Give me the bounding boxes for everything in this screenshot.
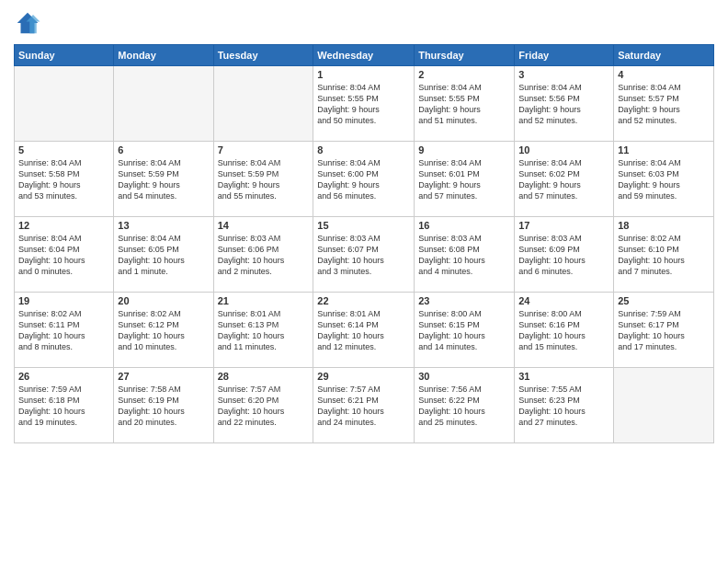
calendar-cell: 6Sunrise: 8:04 AM Sunset: 5:59 PM Daylig… (114, 142, 213, 217)
day-info: Sunrise: 8:03 AM Sunset: 6:07 PM Dayligh… (317, 233, 410, 278)
day-info: Sunrise: 8:02 AM Sunset: 6:12 PM Dayligh… (118, 308, 209, 353)
calendar-cell: 17Sunrise: 8:03 AM Sunset: 6:09 PM Dayli… (515, 217, 614, 293)
day-number: 24 (518, 295, 609, 306)
calendar-cell: 30Sunrise: 7:56 AM Sunset: 6:22 PM Dayli… (415, 368, 515, 443)
day-number: 12 (18, 220, 109, 231)
day-info: Sunrise: 8:03 AM Sunset: 6:08 PM Dayligh… (418, 233, 510, 278)
calendar-cell: 2Sunrise: 8:04 AM Sunset: 5:55 PM Daylig… (415, 66, 515, 142)
day-info: Sunrise: 8:02 AM Sunset: 6:10 PM Dayligh… (618, 233, 710, 278)
calendar-cell: 20Sunrise: 8:02 AM Sunset: 6:12 PM Dayli… (114, 293, 213, 368)
calendar-cell (114, 66, 213, 142)
day-number: 18 (618, 220, 710, 231)
day-number: 19 (18, 295, 109, 306)
day-number: 13 (118, 220, 209, 231)
day-number: 29 (317, 371, 410, 382)
day-info: Sunrise: 8:04 AM Sunset: 5:55 PM Dayligh… (418, 82, 510, 127)
weekday-header-thursday: Thursday (415, 45, 515, 66)
calendar-cell: 13Sunrise: 8:04 AM Sunset: 6:05 PM Dayli… (114, 217, 213, 293)
day-number: 21 (218, 295, 310, 306)
day-number: 10 (518, 144, 609, 155)
day-info: Sunrise: 8:04 AM Sunset: 6:02 PM Dayligh… (518, 157, 609, 202)
page: SundayMondayTuesdayWednesdayThursdayFrid… (0, 0, 728, 563)
day-info: Sunrise: 8:00 AM Sunset: 6:15 PM Dayligh… (418, 308, 510, 353)
calendar-cell: 22Sunrise: 8:01 AM Sunset: 6:14 PM Dayli… (313, 293, 415, 368)
calendar-week-4: 19Sunrise: 8:02 AM Sunset: 6:11 PM Dayli… (15, 293, 714, 368)
day-number: 17 (518, 220, 609, 231)
day-info: Sunrise: 8:04 AM Sunset: 6:00 PM Dayligh… (317, 157, 410, 202)
day-number: 15 (317, 220, 410, 231)
calendar-cell: 29Sunrise: 7:57 AM Sunset: 6:21 PM Dayli… (313, 368, 415, 443)
day-info: Sunrise: 7:57 AM Sunset: 6:20 PM Dayligh… (218, 384, 310, 429)
weekday-header-saturday: Saturday (614, 45, 714, 66)
logo-icon (14, 9, 41, 37)
day-number: 26 (18, 371, 109, 382)
calendar-cell: 5Sunrise: 8:04 AM Sunset: 5:58 PM Daylig… (15, 142, 114, 217)
calendar-cell: 16Sunrise: 8:03 AM Sunset: 6:08 PM Dayli… (415, 217, 515, 293)
day-number: 4 (618, 69, 710, 80)
day-info: Sunrise: 8:04 AM Sunset: 5:58 PM Dayligh… (18, 157, 109, 202)
day-info: Sunrise: 8:01 AM Sunset: 6:14 PM Dayligh… (317, 308, 410, 353)
calendar-cell: 7Sunrise: 8:04 AM Sunset: 5:59 PM Daylig… (213, 142, 313, 217)
header (14, 9, 714, 37)
day-info: Sunrise: 7:59 AM Sunset: 6:17 PM Dayligh… (618, 308, 710, 353)
day-number: 31 (518, 371, 609, 382)
day-info: Sunrise: 8:03 AM Sunset: 6:09 PM Dayligh… (518, 233, 609, 278)
day-number: 20 (118, 295, 209, 306)
day-number: 7 (218, 144, 310, 155)
day-number: 2 (418, 69, 510, 80)
calendar-cell: 14Sunrise: 8:03 AM Sunset: 6:06 PM Dayli… (213, 217, 313, 293)
day-number: 5 (18, 144, 109, 155)
calendar-week-1: 1Sunrise: 8:04 AM Sunset: 5:55 PM Daylig… (15, 66, 714, 142)
day-number: 14 (218, 220, 310, 231)
calendar-cell: 31Sunrise: 7:55 AM Sunset: 6:23 PM Dayli… (515, 368, 614, 443)
calendar-cell (15, 66, 114, 142)
calendar-cell: 1Sunrise: 8:04 AM Sunset: 5:55 PM Daylig… (313, 66, 415, 142)
day-info: Sunrise: 8:04 AM Sunset: 6:03 PM Dayligh… (618, 157, 710, 202)
calendar-cell: 28Sunrise: 7:57 AM Sunset: 6:20 PM Dayli… (213, 368, 313, 443)
day-info: Sunrise: 8:04 AM Sunset: 5:57 PM Dayligh… (618, 82, 710, 127)
day-number: 28 (218, 371, 310, 382)
calendar-cell: 24Sunrise: 8:00 AM Sunset: 6:16 PM Dayli… (515, 293, 614, 368)
calendar-cell: 3Sunrise: 8:04 AM Sunset: 5:56 PM Daylig… (515, 66, 614, 142)
day-info: Sunrise: 8:04 AM Sunset: 5:59 PM Dayligh… (218, 157, 310, 202)
calendar-cell: 9Sunrise: 8:04 AM Sunset: 6:01 PM Daylig… (415, 142, 515, 217)
weekday-header-monday: Monday (114, 45, 213, 66)
calendar-cell: 4Sunrise: 8:04 AM Sunset: 5:57 PM Daylig… (614, 66, 714, 142)
calendar-week-5: 26Sunrise: 7:59 AM Sunset: 6:18 PM Dayli… (15, 368, 714, 443)
day-info: Sunrise: 8:04 AM Sunset: 6:05 PM Dayligh… (118, 233, 209, 278)
day-info: Sunrise: 8:04 AM Sunset: 5:55 PM Dayligh… (317, 82, 410, 127)
day-info: Sunrise: 7:55 AM Sunset: 6:23 PM Dayligh… (518, 384, 609, 429)
day-info: Sunrise: 7:59 AM Sunset: 6:18 PM Dayligh… (18, 384, 109, 429)
day-number: 27 (118, 371, 209, 382)
calendar-cell: 23Sunrise: 8:00 AM Sunset: 6:15 PM Dayli… (415, 293, 515, 368)
day-info: Sunrise: 8:00 AM Sunset: 6:16 PM Dayligh… (518, 308, 609, 353)
day-number: 1 (317, 69, 410, 80)
weekday-header-wednesday: Wednesday (313, 45, 415, 66)
weekday-header-row: SundayMondayTuesdayWednesdayThursdayFrid… (15, 45, 714, 66)
day-info: Sunrise: 7:58 AM Sunset: 6:19 PM Dayligh… (118, 384, 209, 429)
day-info: Sunrise: 8:03 AM Sunset: 6:06 PM Dayligh… (218, 233, 310, 278)
logo (14, 9, 45, 37)
day-info: Sunrise: 8:04 AM Sunset: 6:01 PM Dayligh… (418, 157, 510, 202)
calendar-week-3: 12Sunrise: 8:04 AM Sunset: 6:04 PM Dayli… (15, 217, 714, 293)
day-number: 23 (418, 295, 510, 306)
calendar-cell: 8Sunrise: 8:04 AM Sunset: 6:00 PM Daylig… (313, 142, 415, 217)
weekday-header-tuesday: Tuesday (213, 45, 313, 66)
day-number: 9 (418, 144, 510, 155)
day-number: 3 (518, 69, 609, 80)
calendar-cell: 26Sunrise: 7:59 AM Sunset: 6:18 PM Dayli… (15, 368, 114, 443)
calendar-cell: 12Sunrise: 8:04 AM Sunset: 6:04 PM Dayli… (15, 217, 114, 293)
day-info: Sunrise: 8:01 AM Sunset: 6:13 PM Dayligh… (218, 308, 310, 353)
calendar-cell: 27Sunrise: 7:58 AM Sunset: 6:19 PM Dayli… (114, 368, 213, 443)
day-info: Sunrise: 7:56 AM Sunset: 6:22 PM Dayligh… (418, 384, 510, 429)
day-number: 25 (618, 295, 710, 306)
weekday-header-sunday: Sunday (15, 45, 114, 66)
day-info: Sunrise: 8:04 AM Sunset: 5:59 PM Dayligh… (118, 157, 209, 202)
calendar-week-2: 5Sunrise: 8:04 AM Sunset: 5:58 PM Daylig… (15, 142, 714, 217)
calendar-cell: 21Sunrise: 8:01 AM Sunset: 6:13 PM Dayli… (213, 293, 313, 368)
calendar-cell (213, 66, 313, 142)
day-info: Sunrise: 8:04 AM Sunset: 5:56 PM Dayligh… (518, 82, 609, 127)
calendar-cell: 15Sunrise: 8:03 AM Sunset: 6:07 PM Dayli… (313, 217, 415, 293)
day-info: Sunrise: 8:04 AM Sunset: 6:04 PM Dayligh… (18, 233, 109, 278)
day-number: 22 (317, 295, 410, 306)
